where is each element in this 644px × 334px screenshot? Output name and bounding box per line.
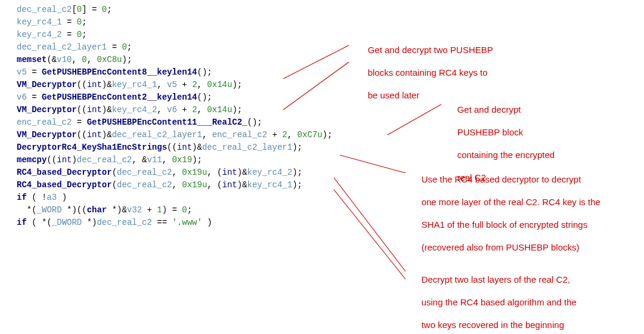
svg-line-3 <box>340 155 405 173</box>
svg-line-0 <box>283 45 349 79</box>
svg-line-5 <box>334 190 405 279</box>
svg-line-1 <box>283 62 349 110</box>
annotation-arrows <box>0 0 644 334</box>
svg-line-4 <box>334 178 405 271</box>
svg-line-2 <box>388 104 441 135</box>
